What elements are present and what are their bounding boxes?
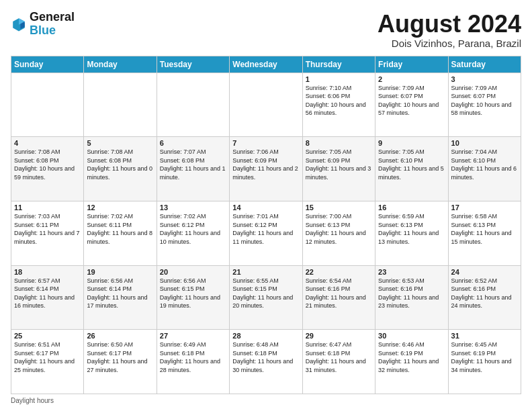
table-row: 11Sunrise: 7:03 AM Sunset: 6:11 PM Dayli… bbox=[11, 201, 84, 265]
day-info: Sunrise: 6:57 AM Sunset: 6:14 PM Dayligh… bbox=[14, 277, 81, 310]
table-row: 4Sunrise: 7:08 AM Sunset: 6:08 PM Daylig… bbox=[11, 137, 84, 201]
day-number: 9 bbox=[378, 139, 445, 147]
day-number: 7 bbox=[232, 139, 299, 147]
day-number: 13 bbox=[160, 203, 226, 212]
day-number: 17 bbox=[451, 203, 518, 212]
day-info: Sunrise: 6:46 AM Sunset: 6:19 PM Dayligh… bbox=[378, 340, 445, 374]
table-row: 9Sunrise: 7:05 AM Sunset: 6:10 PM Daylig… bbox=[375, 137, 448, 201]
calendar-week-1: 4Sunrise: 7:08 AM Sunset: 6:08 PM Daylig… bbox=[11, 137, 521, 201]
day-info: Sunrise: 6:55 AM Sunset: 6:15 PM Dayligh… bbox=[232, 277, 299, 310]
day-number: 27 bbox=[160, 332, 226, 340]
table-row: 26Sunrise: 6:50 AM Sunset: 6:17 PM Dayli… bbox=[84, 330, 157, 394]
day-info: Sunrise: 7:03 AM Sunset: 6:11 PM Dayligh… bbox=[14, 212, 81, 246]
table-row: 7Sunrise: 7:06 AM Sunset: 6:09 PM Daylig… bbox=[230, 137, 302, 201]
month-title: August 2024 bbox=[378, 11, 521, 38]
table-row: 2Sunrise: 7:09 AM Sunset: 6:07 PM Daylig… bbox=[375, 73, 448, 137]
day-info: Sunrise: 6:56 AM Sunset: 6:14 PM Dayligh… bbox=[87, 277, 153, 310]
day-info: Sunrise: 7:08 AM Sunset: 6:08 PM Dayligh… bbox=[87, 148, 153, 181]
table-row: 3Sunrise: 7:09 AM Sunset: 6:07 PM Daylig… bbox=[448, 73, 521, 137]
table-row: 22Sunrise: 6:54 AM Sunset: 6:16 PM Dayli… bbox=[302, 265, 375, 330]
day-number: 8 bbox=[306, 139, 372, 147]
table-row: 28Sunrise: 6:48 AM Sunset: 6:18 PM Dayli… bbox=[230, 330, 302, 394]
logo-line2: Blue bbox=[30, 24, 75, 38]
day-info: Sunrise: 6:49 AM Sunset: 6:18 PM Dayligh… bbox=[160, 340, 226, 374]
table-row: 15Sunrise: 7:00 AM Sunset: 6:13 PM Dayli… bbox=[302, 201, 375, 265]
day-number: 31 bbox=[451, 332, 518, 340]
day-info: Sunrise: 7:09 AM Sunset: 6:07 PM Dayligh… bbox=[378, 84, 445, 118]
logo: General Blue bbox=[11, 11, 75, 38]
day-info: Sunrise: 7:09 AM Sunset: 6:07 PM Dayligh… bbox=[451, 84, 518, 118]
logo-line1: General bbox=[30, 11, 75, 24]
day-info: Sunrise: 7:10 AM Sunset: 6:06 PM Dayligh… bbox=[306, 84, 372, 118]
col-wednesday: Wednesday bbox=[230, 56, 302, 73]
page: General Blue August 2024 Dois Vizinhos, … bbox=[0, 0, 532, 411]
col-saturday: Saturday bbox=[448, 56, 521, 73]
day-info: Sunrise: 6:59 AM Sunset: 6:13 PM Dayligh… bbox=[378, 212, 445, 246]
col-thursday: Thursday bbox=[302, 56, 375, 73]
table-row: 23Sunrise: 6:53 AM Sunset: 6:16 PM Dayli… bbox=[375, 265, 448, 330]
day-number: 30 bbox=[378, 332, 445, 340]
col-monday: Monday bbox=[84, 56, 157, 73]
day-info: Sunrise: 7:04 AM Sunset: 6:10 PM Dayligh… bbox=[451, 148, 518, 181]
table-row: 31Sunrise: 6:45 AM Sunset: 6:19 PM Dayli… bbox=[448, 330, 521, 394]
day-number: 29 bbox=[306, 332, 372, 340]
day-info: Sunrise: 7:05 AM Sunset: 6:10 PM Dayligh… bbox=[378, 148, 445, 181]
day-number: 11 bbox=[14, 203, 81, 212]
day-number: 24 bbox=[451, 268, 518, 276]
table-row: 29Sunrise: 6:47 AM Sunset: 6:18 PM Dayli… bbox=[302, 330, 375, 394]
day-number: 2 bbox=[378, 75, 445, 83]
day-number: 10 bbox=[451, 139, 518, 147]
table-row: 27Sunrise: 6:49 AM Sunset: 6:18 PM Dayli… bbox=[157, 330, 229, 394]
day-number: 21 bbox=[232, 268, 299, 276]
day-number: 25 bbox=[14, 332, 81, 340]
day-info: Sunrise: 7:07 AM Sunset: 6:08 PM Dayligh… bbox=[160, 148, 226, 181]
day-info: Sunrise: 6:48 AM Sunset: 6:18 PM Dayligh… bbox=[232, 340, 299, 374]
table-row: 8Sunrise: 7:05 AM Sunset: 6:09 PM Daylig… bbox=[302, 137, 375, 201]
calendar-week-0: 1Sunrise: 7:10 AM Sunset: 6:06 PM Daylig… bbox=[11, 73, 521, 137]
day-info: Sunrise: 6:47 AM Sunset: 6:18 PM Dayligh… bbox=[306, 340, 372, 374]
day-number: 4 bbox=[14, 139, 81, 147]
day-number: 19 bbox=[87, 268, 153, 276]
day-number: 14 bbox=[232, 203, 299, 212]
table-row: 21Sunrise: 6:55 AM Sunset: 6:15 PM Dayli… bbox=[230, 265, 302, 330]
day-number: 12 bbox=[87, 203, 153, 212]
day-info: Sunrise: 7:06 AM Sunset: 6:09 PM Dayligh… bbox=[232, 148, 299, 181]
footer: Daylight hours bbox=[11, 397, 521, 404]
table-row: 16Sunrise: 6:59 AM Sunset: 6:13 PM Dayli… bbox=[375, 201, 448, 265]
table-row: 13Sunrise: 7:02 AM Sunset: 6:12 PM Dayli… bbox=[157, 201, 229, 265]
day-info: Sunrise: 7:08 AM Sunset: 6:08 PM Dayligh… bbox=[14, 148, 81, 181]
day-number: 15 bbox=[306, 203, 372, 212]
calendar-table: Sunday Monday Tuesday Wednesday Thursday… bbox=[11, 56, 521, 394]
table-row: 18Sunrise: 6:57 AM Sunset: 6:14 PM Dayli… bbox=[11, 265, 84, 330]
day-info: Sunrise: 6:51 AM Sunset: 6:17 PM Dayligh… bbox=[14, 340, 81, 374]
day-info: Sunrise: 6:45 AM Sunset: 6:19 PM Dayligh… bbox=[451, 340, 518, 374]
col-friday: Friday bbox=[375, 56, 448, 73]
day-number: 22 bbox=[306, 268, 372, 276]
table-row: 6Sunrise: 7:07 AM Sunset: 6:08 PM Daylig… bbox=[157, 137, 229, 201]
day-info: Sunrise: 6:52 AM Sunset: 6:16 PM Dayligh… bbox=[451, 277, 518, 310]
day-info: Sunrise: 7:00 AM Sunset: 6:13 PM Dayligh… bbox=[306, 212, 372, 246]
day-number: 23 bbox=[378, 268, 445, 276]
day-number: 18 bbox=[14, 268, 81, 276]
day-info: Sunrise: 6:58 AM Sunset: 6:13 PM Dayligh… bbox=[451, 212, 518, 246]
table-row bbox=[84, 73, 157, 137]
col-sunday: Sunday bbox=[11, 56, 84, 73]
day-info: Sunrise: 6:53 AM Sunset: 6:16 PM Dayligh… bbox=[378, 277, 445, 310]
day-number: 20 bbox=[160, 268, 226, 276]
table-row: 12Sunrise: 7:02 AM Sunset: 6:11 PM Dayli… bbox=[84, 201, 157, 265]
day-number: 28 bbox=[232, 332, 299, 340]
col-tuesday: Tuesday bbox=[157, 56, 229, 73]
location: Dois Vizinhos, Parana, Brazil bbox=[378, 38, 521, 49]
day-info: Sunrise: 7:02 AM Sunset: 6:12 PM Dayligh… bbox=[160, 212, 226, 246]
day-info: Sunrise: 6:56 AM Sunset: 6:15 PM Dayligh… bbox=[160, 277, 226, 310]
table-row bbox=[157, 73, 229, 137]
calendar-week-3: 18Sunrise: 6:57 AM Sunset: 6:14 PM Dayli… bbox=[11, 265, 521, 330]
table-row bbox=[230, 73, 302, 137]
day-number: 26 bbox=[87, 332, 153, 340]
logo-icon bbox=[11, 16, 27, 32]
day-number: 1 bbox=[306, 75, 372, 83]
table-row: 24Sunrise: 6:52 AM Sunset: 6:16 PM Dayli… bbox=[448, 265, 521, 330]
day-info: Sunrise: 7:01 AM Sunset: 6:12 PM Dayligh… bbox=[232, 212, 299, 246]
title-block: August 2024 Dois Vizinhos, Parana, Brazi… bbox=[378, 11, 521, 49]
day-info: Sunrise: 6:54 AM Sunset: 6:16 PM Dayligh… bbox=[306, 277, 372, 310]
